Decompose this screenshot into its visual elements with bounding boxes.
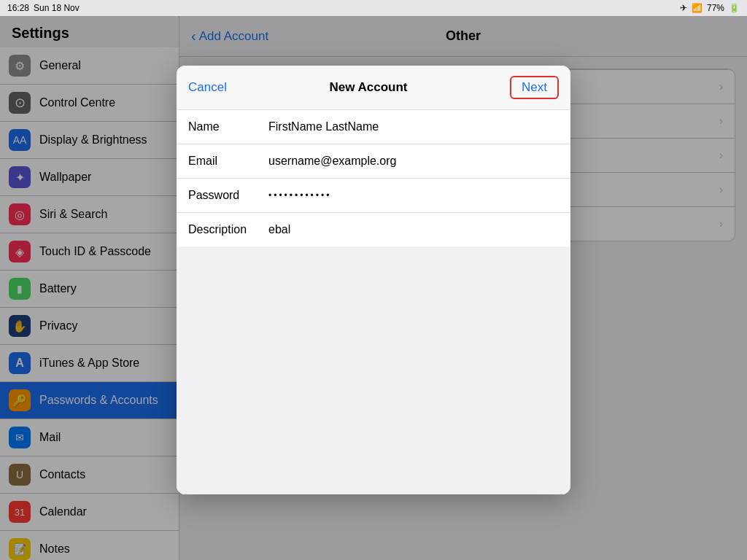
modal-next-button[interactable]: Next: [510, 76, 559, 99]
date: Sun 18 Nov: [34, 3, 80, 13]
name-value[interactable]: FirstName LastName: [268, 120, 559, 133]
time: 16:28: [7, 3, 29, 13]
modal-cancel-button[interactable]: Cancel: [188, 80, 227, 95]
modal-new-account: Cancel New Account Next Name FirstName L…: [177, 66, 570, 494]
password-value[interactable]: ••••••••••••: [268, 190, 559, 201]
password-label: Password: [188, 189, 268, 202]
airplane-icon: ✈: [680, 3, 687, 13]
modal-header: Cancel New Account Next: [177, 66, 570, 110]
description-label: Description: [188, 223, 268, 236]
form-row-email: Email username@example.org: [177, 144, 570, 179]
battery-level: 77%: [707, 3, 724, 13]
status-left: 16:28 Sun 18 Nov: [7, 3, 80, 13]
status-right: ✈ 📶 77% 🔋: [680, 3, 740, 13]
form-row-name: Name FirstName LastName: [177, 110, 570, 144]
form-row-password: Password ••••••••••••: [177, 179, 570, 213]
battery-icon: 🔋: [729, 3, 740, 13]
wifi-icon: 📶: [692, 3, 703, 13]
status-bar: 16:28 Sun 18 Nov ✈ 📶 77% 🔋: [0, 0, 747, 16]
name-label: Name: [188, 120, 268, 133]
description-value[interactable]: ebal: [268, 223, 559, 236]
email-value[interactable]: username@example.org: [268, 155, 559, 168]
modal-form: Name FirstName LastName Email username@e…: [177, 110, 570, 246]
modal-title: New Account: [329, 80, 407, 95]
email-label: Email: [188, 155, 268, 168]
modal-overlay: Cancel New Account Next Name FirstName L…: [0, 16, 747, 560]
form-row-description: Description ebal: [177, 213, 570, 246]
modal-footer: [177, 246, 570, 494]
